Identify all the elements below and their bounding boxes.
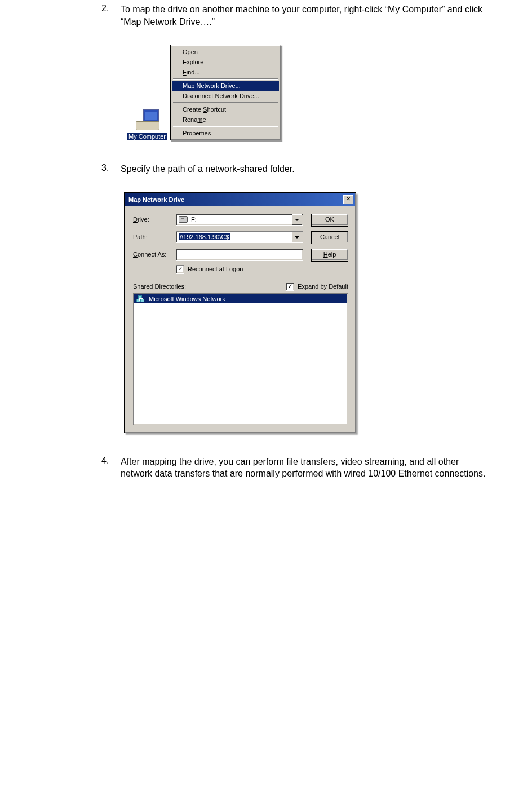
close-icon: ✕ [346,196,351,202]
chevron-down-icon [295,236,299,239]
menu-item-properties[interactable]: Properties [172,128,279,138]
path-combobox[interactable]: \\192.168.1.90\C$ [176,231,303,243]
map-network-drive-dialog: Map Network Drive ✕ Drive: F: [124,192,356,433]
menu-separator [173,78,278,80]
figure-context-menu: My Computer Open Explore Find... Map Net… [124,45,498,140]
reconnect-label: Reconnect at Logon [188,266,243,272]
menu-item-open[interactable]: Open [172,47,279,57]
path-value: \\192.168.1.90\C$ [179,233,230,240]
menu-separator [173,102,278,103]
path-label: Path: [133,233,176,240]
expand-by-default-checkbox[interactable]: ✓ [286,283,294,291]
step-3-number: 3. [101,163,121,175]
chevron-down-icon [295,219,299,221]
cancel-button[interactable]: Cancel [311,231,348,244]
drive-icon [179,216,188,223]
reconnect-checkbox[interactable]: ✓ [176,265,184,274]
page-footer-rule [0,592,532,592]
connect-as-input[interactable] [176,249,303,261]
computer-icon [135,109,159,131]
help-button[interactable]: Help [311,249,348,262]
my-computer-label: My Computer [127,133,167,140]
dialog-title: Map Network Drive [128,196,184,203]
path-dropdown-button[interactable] [292,232,302,242]
figure-map-network-drive-dialog: Map Network Drive ✕ Drive: F: [124,192,498,433]
shared-directories-label: Shared Directories: [133,283,186,290]
expand-by-default-label: Expand by Default [298,283,348,290]
menu-item-explore[interactable]: Explore [172,57,279,67]
menu-item-rename[interactable]: Rename [172,114,279,125]
step-2-text: To map the drive on another machine to y… [121,3,498,28]
menu-item-create-shortcut[interactable]: Create Shortcut [172,104,279,114]
step-4: 4. After mapping the drive, you can perf… [101,456,498,480]
step-4-text: After mapping the drive, you can perform… [121,456,498,480]
step-2: 2. To map the drive on another machine t… [101,3,498,28]
drive-combobox[interactable]: F: [176,214,303,226]
dialog-titlebar[interactable]: Map Network Drive ✕ [125,193,355,206]
menu-separator [173,126,278,127]
step-3: 3. Specify the path of a network-shared … [101,163,498,175]
step-4-number: 4. [101,456,121,480]
drive-dropdown-button[interactable] [292,214,302,225]
drive-label: Drive: [133,216,176,223]
shared-directories-tree[interactable]: Microsoft Windows Network [133,293,348,425]
menu-item-map-network-drive[interactable]: Map Network Drive... [172,81,279,91]
my-computer-desktop-icon[interactable]: My Computer [124,109,170,140]
menu-item-find[interactable]: Find... [172,67,279,77]
network-root-label: Microsoft Windows Network [149,295,225,302]
connect-as-label: Connect As: [133,251,176,258]
step-3-text: Specify the path of a network-shared fol… [121,163,498,175]
network-root-item[interactable]: Microsoft Windows Network [134,294,347,303]
menu-item-disconnect-network-drive[interactable]: Disconnect Network Drive... [172,91,279,101]
network-icon [136,295,144,302]
close-button[interactable]: ✕ [343,195,353,204]
drive-value: F: [191,216,197,223]
context-menu: Open Explore Find... Map Network Drive..… [170,45,281,140]
ok-button[interactable]: OK [311,214,348,227]
step-2-number: 2. [101,3,121,28]
